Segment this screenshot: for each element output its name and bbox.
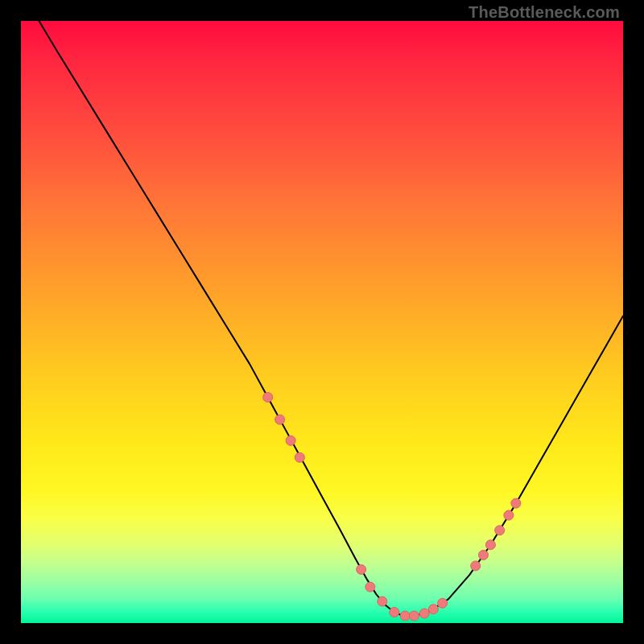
curve-layer xyxy=(21,21,623,623)
data-marker xyxy=(357,564,366,574)
data-marker xyxy=(471,561,481,571)
data-marker xyxy=(400,611,410,621)
data-marker xyxy=(495,526,505,535)
chart-frame: TheBottleneck.com xyxy=(0,0,644,644)
data-marker xyxy=(295,452,304,462)
data-marker xyxy=(485,540,495,550)
data-marker xyxy=(504,510,514,520)
data-marker xyxy=(390,608,399,617)
data-marker xyxy=(438,598,448,608)
data-marker xyxy=(365,582,375,592)
data-marker xyxy=(409,611,419,621)
data-marker xyxy=(286,436,295,445)
data-marker xyxy=(511,498,521,508)
data-marker xyxy=(378,597,387,606)
watermark-text: TheBottleneck.com xyxy=(469,3,620,22)
plot-area xyxy=(21,21,623,623)
data-marker xyxy=(428,605,438,614)
data-marker xyxy=(478,550,488,559)
data-marker xyxy=(419,609,429,618)
data-marker xyxy=(263,393,273,402)
data-marker xyxy=(275,415,285,424)
bottleneck-curve xyxy=(39,21,623,616)
